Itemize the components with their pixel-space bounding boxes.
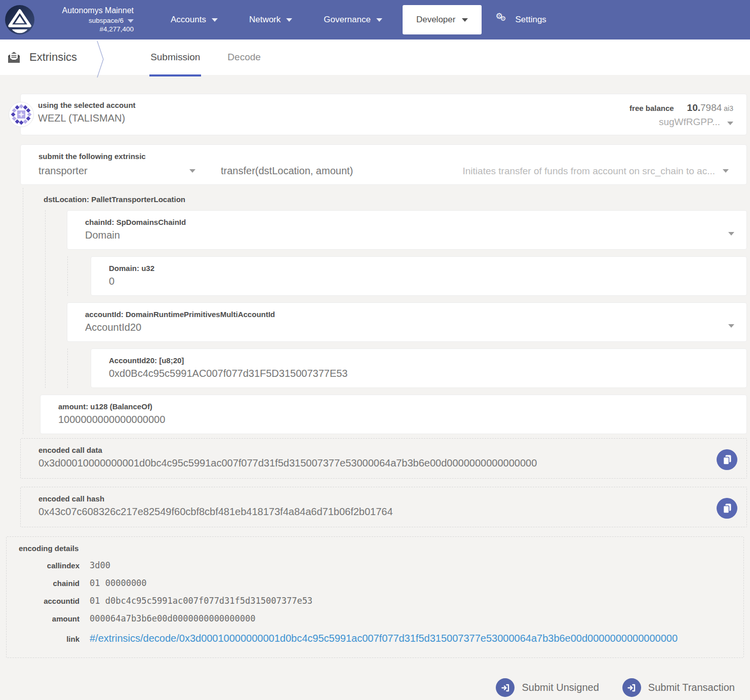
chevron-down-icon — [727, 122, 733, 125]
sign-in-icon — [496, 678, 515, 697]
param-accountid-select[interactable]: AccountId20 — [85, 322, 729, 333]
encoded-call-data-value: 0x3d00010000000001d0bc4c95c5991ac007f077… — [38, 457, 701, 469]
gears-icon: ⚙⚙ — [495, 13, 510, 26]
param-chainid-label: chainId: SpDomainsChainId — [85, 218, 729, 226]
encoding-row-chainid: chainid 01 00000000 — [19, 578, 731, 588]
tab-decode[interactable]: Decode — [214, 40, 274, 75]
method-description-dropdown[interactable]: Initiates transfer of funds from account… — [463, 166, 729, 177]
account-selector[interactable]: using the selected account WEZL (TALISMA… — [20, 94, 747, 135]
param-amount: amount: u128 (BalanceOf) 100000000000000… — [40, 395, 747, 434]
balance-unit: ai3 — [724, 104, 733, 112]
param-accountid20: AccountId20: [u8;20] 0xd0Bc4c95c5991AC00… — [91, 348, 747, 388]
chevron-down-icon — [189, 169, 195, 173]
param-domain-input[interactable]: 0 — [109, 276, 729, 287]
submit-transaction-button[interactable]: Submit Transaction — [622, 678, 735, 697]
chevron-down-icon[interactable] — [728, 324, 734, 328]
autonomys-logo-icon[interactable] — [4, 4, 35, 35]
balance-fraction: 7984 — [700, 102, 722, 113]
copy-call-data-button[interactable] — [717, 449, 737, 470]
account-address-toggle[interactable]: sugWfRGPP... — [629, 115, 733, 129]
chevron-down-icon[interactable] — [728, 232, 734, 236]
param-accountid20-input[interactable]: 0xd0Bc4c95c5991AC007f077d31F5D315007377E… — [109, 368, 729, 379]
chevron-down-icon — [723, 169, 729, 173]
chevron-down-icon — [212, 18, 218, 22]
encoding-row-accountid: accountid 01 d0bc4c95c5991ac007f077d31f5… — [19, 596, 731, 606]
extrinsic-section: submit the following extrinsic transport… — [20, 144, 747, 185]
main-menu: Accounts Network Governance Developer ⚙⚙… — [155, 0, 556, 40]
encoding-row-callindex: callindex 3d00 — [19, 560, 731, 570]
menu-item-developer-active[interactable]: Developer — [403, 5, 482, 34]
account-identicon[interactable] — [9, 102, 34, 129]
menu-item-governance[interactable]: Governance — [308, 0, 398, 40]
param-accountid: accountId: DomainRuntimePrimitivesMultiA… — [67, 302, 747, 342]
copy-icon — [723, 503, 732, 514]
param-chainid: chainId: SpDomainsChainId Domain — [67, 210, 747, 250]
submit-unsigned-button[interactable]: Submit Unsigned — [496, 678, 599, 697]
encoding-row-link: link #/extrinsics/decode/0x3d00010000000… — [19, 633, 731, 644]
menu-item-accounts[interactable]: Accounts — [155, 0, 233, 40]
top-navbar: Autonomys Mainnet subspace/6 #4,277,400 … — [0, 0, 750, 40]
free-balance-label: free balance — [629, 104, 674, 112]
menu-item-network[interactable]: Network — [233, 0, 308, 40]
tab-submission[interactable]: Submission — [137, 40, 214, 75]
extrinsic-section-label: submit the following extrinsic — [38, 152, 729, 161]
network-name: Autonomys Mainnet — [44, 6, 134, 16]
menu-item-settings[interactable]: ⚙⚙ Settings — [486, 13, 555, 26]
copy-call-hash-button[interactable] — [717, 498, 737, 519]
page-body: using the selected account WEZL (TALISMA… — [0, 75, 750, 700]
chevron-down-icon — [128, 19, 134, 23]
param-amount-input[interactable]: 1000000000000000000 — [58, 414, 729, 425]
params-tree: dstLocation: PalletTransporterLocation c… — [23, 188, 747, 434]
chevron-down-icon — [286, 18, 292, 22]
chevron-down-icon — [462, 18, 468, 22]
encoded-call-data-section: encoded call data 0x3d00010000000001d0bc… — [20, 438, 747, 479]
chain-spec-selector[interactable]: subspace/6 — [44, 16, 134, 25]
tab-bar: Submission Decode — [137, 40, 274, 75]
pallet-dropdown[interactable]: transporter — [38, 165, 195, 177]
params-nest-level-2a: Domain: u32 0 — [67, 256, 747, 296]
encoding-details-section: encoding details callindex 3d00 chainid … — [6, 536, 744, 658]
network-info: Autonomys Mainnet subspace/6 #4,277,400 — [44, 6, 134, 34]
encoded-call-data-label: encoded call data — [38, 446, 701, 454]
param-domain-u32: Domain: u32 0 — [91, 256, 747, 296]
encoding-row-amount: amount 000064a7b3b6e00d0000000000000000 — [19, 613, 731, 624]
balance-integer: 10. — [687, 102, 700, 113]
encoded-call-hash-section: encoded call hash 0x43c07c608326c217e825… — [20, 487, 747, 527]
page-title: Extrinsics — [29, 51, 77, 64]
copy-icon — [723, 455, 732, 465]
decode-link[interactable]: #/extrinsics/decode/0x3d00010000000001d0… — [90, 633, 678, 644]
method-dropdown[interactable]: transfer(dstLocation, amount) — [221, 165, 353, 177]
chevron-down-icon — [376, 18, 382, 22]
param-domain-label: Domain: u32 — [109, 264, 729, 273]
balance-block: free balance10.7984ai3 sugWfRGPP... — [629, 101, 733, 129]
param-amount-label: amount: u128 (BalanceOf) — [58, 402, 729, 411]
footer-actions: Submit Unsigned Submit Transaction — [0, 678, 735, 697]
param-dstlocation-label: dstLocation: PalletTransporterLocation — [44, 193, 747, 204]
encoded-call-hash-value: 0x43c07c608326c217e82549f60cbf8cbf481eb4… — [38, 506, 701, 518]
encoded-call-hash-label: encoded call hash — [38, 494, 701, 503]
breadcrumb-separator — [96, 41, 104, 80]
param-chainid-select[interactable]: Domain — [85, 229, 729, 241]
params-nest-level-1: chainId: SpDomainsChainId Domain Domain:… — [45, 210, 747, 388]
envelope-open-text-icon — [7, 51, 21, 64]
param-accountid-label: accountId: DomainRuntimePrimitivesMultiA… — [85, 310, 729, 319]
sign-in-icon — [622, 678, 641, 697]
block-number: #4,277,400 — [44, 25, 134, 34]
param-accountid20-label: AccountId20: [u8;20] — [109, 356, 729, 365]
params-nest-level-2b: AccountId20: [u8;20] 0xd0Bc4c95c5991AC00… — [67, 348, 747, 388]
page: Autonomys Mainnet subspace/6 #4,277,400 … — [0, 0, 750, 700]
encoding-details-title: encoding details — [19, 544, 731, 553]
page-header: Extrinsics Submission Decode — [0, 40, 750, 75]
